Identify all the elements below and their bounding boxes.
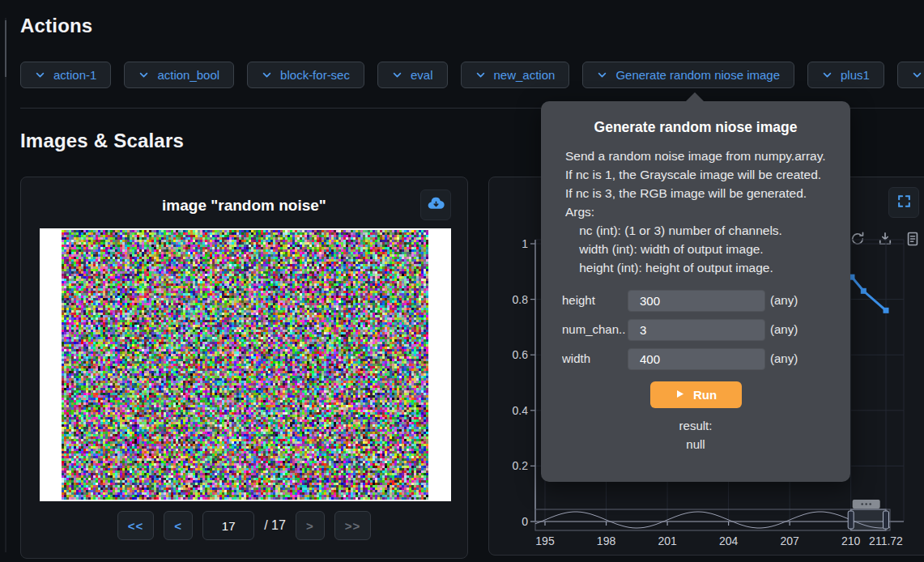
action-button-action-bool[interactable]: action_bool (124, 62, 234, 88)
x-axis-tick-label: 198 (584, 534, 629, 547)
action-button-action-1[interactable]: action-1 (20, 62, 111, 88)
action-button-eval[interactable]: eval (377, 62, 448, 88)
y-axis-tick-label: 0.6 (492, 348, 528, 361)
result-value: null (541, 437, 850, 451)
x-axis-tick-label: 207 (767, 534, 812, 547)
noise-image-frame (40, 228, 451, 501)
actions-row: action-1action_boolblock-for-secevalnew_… (20, 62, 924, 88)
field-label: num_chan... (562, 322, 625, 336)
grip-dot (861, 503, 863, 505)
action-button-label: eval (411, 68, 433, 82)
y-axis-tick-label: 0.4 (492, 404, 528, 417)
action-button-block-for-sec[interactable]: block-for-sec (247, 62, 364, 88)
action-button-label: new_action (494, 68, 556, 82)
action-button-new-action[interactable]: new_action (461, 62, 570, 88)
action-button-generate-random-niose-image[interactable]: Generate random niose image (582, 62, 794, 88)
download-image-button[interactable] (420, 189, 451, 220)
rangeslider-handle-left[interactable] (848, 511, 854, 529)
popup-description-line: width (int): width of output image. (565, 240, 836, 258)
play-icon (675, 388, 685, 402)
popup-form: height(any)num_chan...(any)width(any) (541, 290, 850, 370)
field-label: width (562, 351, 625, 365)
series-line (852, 277, 886, 310)
chevron-down-icon (262, 70, 272, 80)
field-type-hint: (any) (770, 293, 798, 307)
popup-description: Send a random noise image from numpy.arr… (565, 147, 836, 277)
last-page-button[interactable]: >> (334, 511, 372, 540)
image-card: image "random noise" << < / 17 > >> (20, 177, 468, 559)
popup-description-line: Send a random noise image from numpy.arr… (565, 147, 836, 165)
popup-field-row: num_chan...(any) (541, 319, 850, 341)
field-type-hint: (any) (770, 322, 798, 336)
page-number-input[interactable] (202, 511, 254, 540)
popup-arrow (685, 92, 705, 102)
x-axis-tick-label: 195 (522, 534, 568, 547)
series-marker (861, 288, 867, 294)
random-noise-image (62, 230, 428, 500)
chevron-down-icon (597, 70, 607, 80)
chevron-down-icon (475, 70, 486, 80)
grip-dot (865, 503, 867, 505)
popup-title: Generate random niose image (541, 119, 850, 136)
action-button-plus1[interactable]: plus1 (807, 62, 884, 88)
images-scalars-heading: Images & Scalars (20, 130, 184, 152)
chevron-down-icon (392, 70, 402, 80)
y-axis-tick-label: 0 (492, 515, 528, 528)
action-popup: Generate random niose image Send a rando… (541, 101, 850, 482)
run-button[interactable]: Run (650, 381, 742, 408)
action-button-label: plus1 (841, 68, 870, 82)
action-button-partial[interactable] (897, 62, 924, 88)
field-input-height[interactable] (628, 290, 765, 312)
grip-dot (869, 503, 871, 505)
action-button-label: Generate random niose image (615, 68, 780, 82)
chevron-down-icon (912, 70, 922, 80)
y-axis-tick-label: 1 (492, 237, 528, 250)
field-input-width[interactable] (628, 348, 765, 370)
x-axis-tick-label: 204 (706, 534, 752, 547)
popup-field-row: height(any) (541, 290, 850, 312)
field-label: height (562, 293, 625, 307)
popup-description-line: nc (int): (1 or 3) number of channels. (565, 221, 836, 240)
action-button-label: action-1 (53, 68, 96, 82)
popup-description-line: If nc is 3, the RGB image will be genera… (565, 184, 836, 202)
result-label: result: (541, 419, 850, 432)
next-page-button[interactable]: > (296, 511, 325, 540)
rangeslider-wave (535, 512, 890, 528)
action-button-label: action_bool (157, 68, 219, 82)
chevron-down-icon (35, 70, 45, 80)
first-page-button[interactable]: << (117, 511, 155, 540)
run-button-label: Run (693, 388, 717, 402)
prev-page-button[interactable]: < (164, 511, 193, 540)
y-axis-tick-label: 0.8 (492, 293, 528, 306)
field-input-num_chan[interactable] (628, 319, 765, 341)
image-pagination: << < / 17 > >> (21, 511, 467, 540)
x-axis-tick-label: 211.72 (863, 534, 909, 547)
chevron-down-icon (138, 70, 149, 80)
popup-description-line: If nc is 1, the Grayscale image will be … (565, 165, 836, 184)
field-type-hint: (any) (770, 351, 798, 365)
chevron-down-icon (822, 70, 832, 80)
rangeslider-handle-right[interactable] (884, 511, 889, 529)
popup-field-row: width(any) (541, 348, 850, 370)
image-card-title: image "random noise" (21, 197, 467, 215)
page-total-label: / 17 (264, 518, 286, 533)
action-button-label: block-for-sec (280, 68, 350, 82)
x-axis-tick-label: 201 (645, 534, 690, 547)
cloud-download-icon (427, 194, 445, 216)
scrollbar-track[interactable] (5, 18, 6, 552)
y-axis-tick-label: 0.2 (492, 459, 528, 472)
rangeslider-window[interactable] (851, 509, 886, 530)
popup-description-line: height (int): height of output image. (565, 258, 836, 277)
popup-description-line: Args: (565, 202, 836, 221)
series-marker (884, 308, 889, 313)
scrollbar-thumb[interactable] (5, 20, 6, 77)
actions-heading: Actions (20, 15, 92, 37)
